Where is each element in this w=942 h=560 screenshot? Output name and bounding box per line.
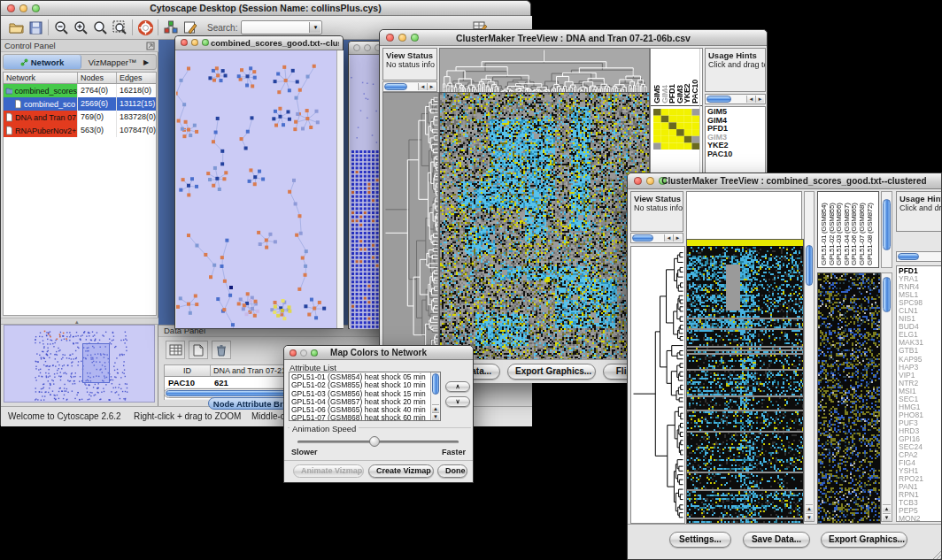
heatmap-vscrollbar[interactable]: ▲ ▼ — [804, 191, 815, 522]
column-labels-vscrollbar[interactable] — [881, 191, 892, 268]
dendrogram-hscrollbar[interactable]: ◄► — [382, 81, 437, 92]
row-label[interactable]: MON2 — [897, 515, 942, 522]
move-down-button[interactable]: ∨ — [445, 396, 470, 407]
row-label[interactable]: PAC10 — [706, 150, 765, 159]
zoom-heatmap-canvas[interactable] — [653, 109, 699, 150]
select-attributes-icon[interactable] — [166, 341, 185, 359]
labels-hscrollbar[interactable]: ◄► — [705, 94, 766, 104]
slider-thumb[interactable] — [369, 436, 380, 447]
column-dendrogram-canvas[interactable] — [439, 48, 650, 94]
heatmap-canvas[interactable] — [686, 239, 804, 524]
settings-button[interactable]: Settings... — [669, 532, 731, 548]
scrollbar-thumb[interactable] — [632, 234, 653, 242]
scrollbar-thumb[interactable] — [883, 277, 891, 312]
new-attribute-icon[interactable] — [189, 341, 208, 359]
tab-vizmapper[interactable]: VizMapper™ — [81, 58, 143, 67]
export-graphics-button[interactable]: Export Graphics... — [507, 364, 596, 380]
scrollbar-thumb[interactable] — [432, 373, 439, 395]
delete-attribute-icon[interactable] — [212, 341, 231, 359]
zoom-fit-icon[interactable] — [110, 19, 129, 37]
resize-grip-icon[interactable] — [931, 549, 942, 560]
column-header-id[interactable]: ID — [165, 365, 211, 377]
float-panel-icon[interactable] — [146, 42, 155, 50]
column-dendrogram-area[interactable] — [686, 191, 802, 239]
network-overview-panel[interactable] — [4, 325, 155, 403]
network-name-cell[interactable]: combined_scores — [4, 84, 78, 97]
scroll-down-icon[interactable]: ▼ — [883, 513, 891, 521]
scrollbar-thumb[interactable] — [806, 245, 813, 286]
zoom-selected-icon[interactable] — [90, 19, 110, 37]
labels-hscrollbar[interactable] — [896, 251, 942, 262]
dialog-titlebar[interactable]: Map Colors to Network — [284, 346, 473, 360]
move-up-button[interactable]: ∧ — [445, 381, 470, 392]
column-label[interactable]: GPL51-01 (GSM854) — [820, 203, 828, 266]
done-button[interactable]: Done — [437, 464, 467, 478]
overview-splitter[interactable]: ▴ — [1, 318, 158, 325]
minimize-icon[interactable] — [191, 39, 198, 46]
column-label[interactable]: PAC10 — [691, 80, 699, 104]
close-icon[interactable] — [353, 44, 360, 51]
scrollbar-thumb[interactable] — [898, 253, 919, 260]
scroll-right-icon[interactable]: ► — [673, 234, 682, 242]
minimize-icon[interactable] — [364, 44, 371, 51]
network-table-row[interactable]: RNAPuberNov2+563(0)107847(0) — [4, 124, 156, 137]
treeview1-titlebar[interactable]: ClusterMaker TreeView : DNA and Tran 07-… — [380, 30, 767, 46]
search-dropdown-icon[interactable]: ▾ — [309, 22, 320, 33]
create-vizmap-button[interactable]: Create Vizmap — [368, 464, 434, 478]
network-name-cell[interactable]: RNAPuberNov2+ — [4, 124, 78, 137]
attribute-list[interactable]: GPL51-01 (GSM854) heat shock 05 minGPL51… — [289, 372, 441, 421]
network-name-cell[interactable]: DNA and Tran 07 — [4, 111, 78, 124]
column-header-nodes[interactable]: Nodes — [78, 73, 117, 84]
open-session-icon[interactable] — [6, 19, 26, 37]
scroll-right-icon[interactable]: ► — [755, 96, 764, 103]
zoom-out-icon[interactable] — [51, 19, 71, 37]
scroll-left-icon[interactable]: ◄ — [664, 234, 673, 242]
column-label[interactable]: GPL51-03 (GSM856) — [835, 203, 843, 266]
network-table-row[interactable]: combined_scores2764(0)16218(0) — [4, 84, 156, 97]
scroll-up-icon[interactable]: ▲ — [806, 504, 813, 512]
tab-overflow-arrow-icon[interactable]: ▶ — [143, 58, 156, 66]
heatmap-canvas[interactable] — [439, 92, 650, 361]
scroll-left-icon[interactable]: ◄ — [418, 83, 427, 90]
attribute-list-item[interactable]: GPL51-07 (GSM868) heat shock 60 min — [290, 414, 440, 421]
treeview2-titlebar[interactable]: ClusterMaker TreeView : combined_scores_… — [628, 173, 941, 189]
close-icon[interactable] — [181, 39, 188, 46]
scroll-up-icon[interactable]: ▲ — [883, 504, 891, 512]
network-overview-canvas[interactable] — [4, 326, 154, 402]
scroll-left-icon[interactable]: ◄ — [746, 96, 755, 103]
network-window-titlebar[interactable]: combined_scores_good.txt--cluste... — [175, 36, 343, 50]
column-label[interactable]: GPL51-07 (GSM868) — [858, 203, 866, 266]
scrollbar-thumb[interactable] — [384, 83, 407, 90]
network-table-row[interactable]: combined_sco2569(6)13112(15) — [4, 97, 156, 111]
row-dendrogram-canvas[interactable] — [630, 246, 685, 524]
row-dendrogram-canvas[interactable] — [382, 92, 439, 361]
annotation-icon[interactable] — [181, 19, 200, 37]
dendrogram-hscrollbar[interactable]: ◄► — [630, 233, 683, 243]
attribute-list-vscrollbar[interactable]: ▲ ▼ — [430, 372, 440, 420]
column-header-edges[interactable]: Edges — [117, 73, 156, 84]
zoom-in-icon[interactable] — [71, 19, 90, 37]
column-label[interactable]: GPL51-08 (GSM872) — [866, 203, 874, 266]
network-vscrollbar[interactable] — [336, 50, 344, 328]
close-icon[interactable] — [634, 177, 642, 185]
save-data-button[interactable]: Save Data... — [743, 532, 810, 548]
scroll-right-icon[interactable]: ► — [427, 83, 436, 90]
vizmapper-icon[interactable] — [161, 19, 181, 37]
tab-network[interactable]: Network — [4, 55, 81, 69]
scroll-down-icon[interactable]: ▼ — [806, 513, 813, 521]
save-session-icon[interactable] — [26, 19, 45, 37]
network-name-cell[interactable]: combined_sco — [4, 97, 78, 111]
maximize-icon[interactable] — [202, 39, 209, 46]
network-table-row[interactable]: DNA and Tran 07769(0)183728(0) — [4, 111, 156, 124]
secondary-heatmap-canvas[interactable] — [817, 272, 881, 524]
help-lifering-icon[interactable] — [135, 19, 155, 37]
search-input[interactable]: ▾ — [241, 20, 322, 35]
scrollbar-thumb[interactable] — [706, 96, 731, 103]
scroll-up-icon[interactable]: ▲ — [432, 404, 439, 412]
export-graphics-button[interactable]: Export Graphics... — [821, 532, 907, 548]
column-header-network[interactable]: Network — [4, 73, 78, 84]
scroll-down-icon[interactable]: ▼ — [432, 412, 439, 420]
scrollbar-thumb[interactable] — [883, 199, 891, 250]
network-canvas[interactable] — [176, 50, 336, 328]
secondary-vscrollbar[interactable]: ▲ ▼ — [881, 272, 892, 522]
